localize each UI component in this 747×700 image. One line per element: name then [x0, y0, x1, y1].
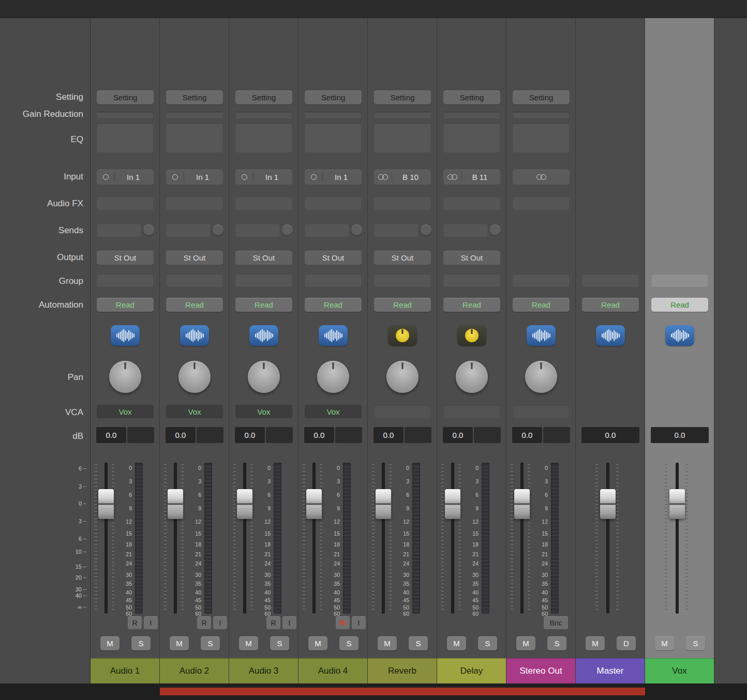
waveform-track-icon[interactable] [596, 325, 625, 346]
plugin-knob-track-icon[interactable] [457, 325, 486, 346]
fader-cap[interactable] [600, 489, 616, 519]
send-level-knob[interactable] [351, 224, 362, 235]
vca-assignment[interactable]: Vox [166, 405, 223, 418]
fader-cap[interactable] [237, 489, 252, 519]
input-monitor-button[interactable]: I [352, 616, 366, 629]
eq-display[interactable] [97, 123, 154, 153]
record-enable-button[interactable]: R [128, 616, 142, 629]
input-monitor-button[interactable]: I [213, 616, 227, 629]
channel-setting-button[interactable]: Setting [305, 90, 362, 104]
volume-db-display[interactable]: 0.0 [581, 427, 639, 443]
sends-slot[interactable] [97, 223, 141, 237]
track-name[interactable]: Vox [645, 658, 714, 683]
mute-button[interactable]: M [100, 636, 119, 650]
eq-display[interactable] [166, 123, 223, 153]
group-slot[interactable] [513, 273, 570, 287]
volume-db-display[interactable]: 0.0 [166, 427, 196, 443]
automation-mode-button[interactable]: Read [582, 298, 639, 312]
waveform-track-icon[interactable] [111, 325, 140, 346]
vca-slot-empty[interactable] [443, 405, 500, 418]
input-monitor-button[interactable]: I [144, 616, 158, 629]
solo-button[interactable]: S [478, 636, 497, 650]
automation-mode-button[interactable]: Read [97, 298, 154, 312]
channel-setting-button[interactable]: Setting [443, 90, 500, 104]
input-button[interactable]: In 1 [97, 170, 154, 185]
volume-db-display[interactable]: 0.0 [651, 427, 709, 443]
automation-mode-button[interactable]: Read [443, 298, 500, 312]
channel-setting-button[interactable]: Setting [235, 90, 292, 104]
fader-cap[interactable] [168, 489, 183, 519]
track-name[interactable]: Reverb [368, 658, 437, 683]
channel-setting-button[interactable]: Setting [166, 90, 223, 104]
track-name[interactable]: Delay [437, 658, 506, 683]
dim-button[interactable]: D [617, 636, 636, 650]
sends-slot[interactable] [374, 223, 419, 237]
audio-fx-slot[interactable] [513, 196, 570, 210]
automation-mode-button[interactable]: Read [651, 298, 708, 312]
eq-display[interactable] [513, 123, 570, 153]
waveform-track-icon[interactable] [180, 325, 209, 346]
mute-button[interactable]: M [170, 636, 189, 650]
group-slot[interactable] [443, 273, 500, 287]
mute-button[interactable]: M [378, 636, 397, 650]
record-enable-button[interactable]: R [197, 616, 211, 629]
volume-db-display[interactable]: 0.0 [374, 427, 404, 443]
channel-setting-button[interactable]: Setting [374, 90, 431, 104]
volume-db-display[interactable]: 0.0 [512, 427, 542, 443]
sends-slot[interactable] [235, 223, 280, 237]
mute-button[interactable]: M [308, 636, 327, 650]
send-level-knob[interactable] [213, 224, 223, 235]
automation-mode-button[interactable]: Read [374, 298, 431, 312]
eq-display[interactable] [374, 123, 431, 153]
output-button[interactable]: St Out [235, 251, 292, 265]
send-level-knob[interactable] [143, 224, 154, 235]
output-button[interactable]: St Out [443, 251, 500, 265]
channel-setting-button[interactable]: Setting [97, 90, 154, 104]
track-name[interactable]: Master [576, 658, 645, 683]
fader-cap[interactable] [445, 489, 460, 519]
group-slot[interactable] [235, 273, 292, 287]
bounce-button[interactable]: Bnc [544, 616, 568, 629]
group-slot[interactable] [97, 273, 154, 287]
sends-slot[interactable] [305, 223, 349, 237]
fader-cap[interactable] [98, 489, 114, 519]
volume-db-display[interactable]: 0.0 [304, 427, 334, 443]
vca-assignment[interactable]: Vox [305, 405, 362, 418]
pan-knob[interactable] [525, 361, 557, 393]
group-slot[interactable] [305, 273, 362, 287]
solo-button[interactable]: S [409, 636, 428, 650]
volume-db-display[interactable]: 0.0 [443, 427, 473, 443]
mute-button[interactable]: M [655, 636, 674, 650]
send-level-knob[interactable] [282, 224, 293, 235]
input-button[interactable]: B 11 [443, 170, 500, 185]
record-enable-button[interactable]: R [266, 616, 280, 629]
mute-button[interactable]: M [586, 636, 605, 650]
pan-knob[interactable] [109, 361, 141, 393]
eq-display[interactable] [305, 123, 362, 153]
output-button[interactable]: St Out [305, 251, 362, 265]
output-button[interactable]: St Out [166, 251, 223, 265]
eq-display[interactable] [235, 123, 292, 153]
pan-knob[interactable] [386, 361, 419, 393]
group-slot[interactable] [651, 273, 708, 287]
send-level-knob[interactable] [490, 224, 501, 235]
vca-slot-empty[interactable] [374, 405, 431, 418]
audio-fx-slot[interactable] [305, 196, 362, 210]
fader-cap[interactable] [514, 489, 530, 519]
solo-button[interactable]: S [547, 636, 566, 650]
group-slot[interactable] [166, 273, 223, 287]
audio-fx-slot[interactable] [166, 196, 223, 210]
waveform-track-icon[interactable] [319, 325, 348, 346]
eq-display[interactable] [443, 123, 500, 153]
automation-mode-button[interactable]: Read [513, 298, 570, 312]
audio-fx-slot[interactable] [374, 196, 431, 210]
waveform-track-icon[interactable] [527, 325, 556, 346]
automation-mode-button[interactable]: Read [166, 298, 223, 312]
input-button[interactable]: In 1 [235, 170, 292, 185]
fader-cap[interactable] [306, 489, 322, 519]
output-button[interactable]: St Out [374, 251, 431, 265]
waveform-track-icon[interactable] [249, 325, 278, 346]
track-name[interactable]: Audio 3 [229, 658, 298, 683]
volume-db-display[interactable]: 0.0 [96, 427, 126, 443]
input-monitor-button[interactable]: I [282, 616, 296, 629]
